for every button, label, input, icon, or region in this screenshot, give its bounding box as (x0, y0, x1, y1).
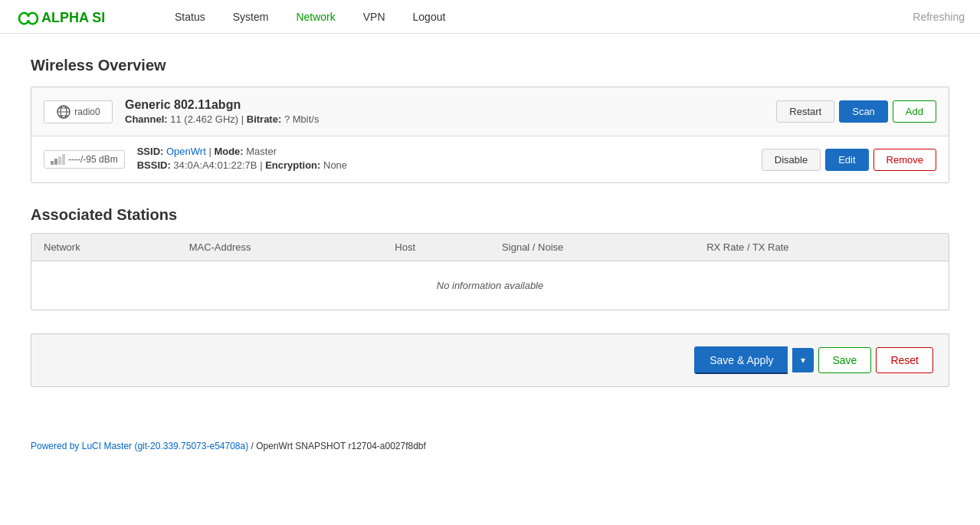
svg-text:ALPHA SI: ALPHA SI (41, 10, 105, 25)
wifi-globe-icon (56, 104, 71, 120)
nav-system[interactable]: System (219, 2, 283, 32)
signal-box: ----/-95 dBm (44, 150, 125, 169)
bssid-label: BSSID: (137, 159, 171, 171)
ssid-row: ----/-95 dBm SSID: OpenWrt | Mode: Maste… (31, 136, 949, 182)
edit-button[interactable]: Edit (825, 149, 868, 171)
bssid-value: 34:0A:A4:01:22:7B (173, 159, 257, 171)
main-content: Wireless Overview radio0 Generic 802.11a… (0, 34, 980, 433)
channel-label: Channel: (125, 113, 168, 125)
luci-link[interactable]: Powered by LuCI Master (git-20.339.75073… (31, 441, 248, 451)
logo: ALPHA SI (15, 4, 138, 30)
signal-bar-4 (62, 154, 65, 165)
restart-button[interactable]: Restart (776, 100, 834, 123)
signal-value: ----/-95 dBm (68, 154, 118, 165)
stations-table: Network MAC-Address Host Signal / Noise … (31, 234, 949, 310)
nav-status[interactable]: Status (161, 2, 219, 32)
radio-info: Generic 802.11abgn Channel: 11 (2.462 GH… (125, 98, 776, 125)
table-body: No information available (31, 261, 949, 310)
radio-details: Channel: 11 (2.462 GHz) | Bitrate: ? Mbi… (125, 113, 776, 125)
radio-actions: Restart Scan Add (776, 100, 936, 123)
table-header-row: Network MAC-Address Host Signal / Noise … (31, 234, 949, 261)
ssid-info: SSID: OpenWrt | Mode: Master BSSID: 34:0… (137, 146, 762, 173)
save-apply-dropdown[interactable]: ▾ (792, 348, 814, 372)
radio-name-label: radio0 (74, 107, 100, 117)
signal-bar-2 (54, 159, 57, 165)
remove-button[interactable]: Remove (873, 149, 936, 171)
mode-label: Mode: (214, 146, 243, 157)
navbar-links: Status System Network VPN Logout (161, 2, 459, 32)
wireless-overview-card: radio0 Generic 802.11abgn Channel: 11 (2… (31, 87, 949, 183)
ssid-actions: Disable Edit Remove (762, 149, 936, 171)
col-host: Host (382, 234, 490, 261)
radio-icon-box: radio0 (44, 100, 113, 123)
col-rate: RX Rate / TX Rate (694, 234, 949, 261)
signal-bar-3 (58, 156, 61, 165)
save-apply-button[interactable]: Save & Apply (694, 346, 787, 374)
bitrate-value: ? Mbit/s (284, 113, 320, 125)
footer-extra: / OpenWrt SNAPSHOT r12704-a0027f8dbf (251, 441, 426, 451)
disable-button[interactable]: Disable (762, 149, 821, 171)
associated-stations-title: Associated Stations (31, 206, 949, 224)
nav-network[interactable]: Network (282, 2, 349, 32)
encryption-value: None (323, 159, 347, 171)
signal-bar-1 (51, 161, 54, 165)
no-info-row: No information available (31, 261, 949, 310)
nav-vpn[interactable]: VPN (349, 2, 399, 32)
refresh-status: Refreshing (913, 11, 965, 23)
col-signal: Signal / Noise (490, 234, 694, 261)
scan-button[interactable]: Scan (839, 100, 888, 123)
ssid-line-2: BSSID: 34:0A:A4:01:22:7B | Encryption: N… (137, 159, 762, 171)
no-info-cell: No information available (31, 261, 949, 310)
radio-device-name: Generic 802.11abgn (125, 98, 776, 112)
signal-bars-icon (51, 154, 65, 165)
encryption-label: Encryption: (265, 159, 320, 171)
channel-text: 11 (2.462 GHz) (170, 113, 238, 125)
col-mac: MAC-Address (177, 234, 383, 261)
radio-row: radio0 Generic 802.11abgn Channel: 11 (2… (31, 87, 949, 136)
table-header: Network MAC-Address Host Signal / Noise … (31, 234, 949, 261)
chevron-down-icon: ▾ (801, 355, 805, 366)
ssid-value: OpenWrt (166, 146, 206, 157)
stations-table-container: Network MAC-Address Host Signal / Noise … (31, 233, 949, 310)
ssid-label: SSID: (137, 146, 164, 157)
page-footer: Powered by LuCI Master (git-20.339.75073… (0, 433, 980, 459)
navbar: ALPHA SI Status System Network VPN Logou… (0, 0, 980, 34)
col-network: Network (31, 234, 177, 261)
save-button[interactable]: Save (818, 347, 872, 373)
footer-actions: Save & Apply ▾ Save Reset (31, 333, 949, 387)
separator1: | (241, 113, 247, 125)
wireless-overview-title: Wireless Overview (31, 57, 949, 74)
mode-value: Master (246, 146, 277, 157)
add-button[interactable]: Add (893, 100, 936, 123)
reset-button[interactable]: Reset (876, 347, 933, 373)
bitrate-label: Bitrate: (247, 113, 282, 125)
nav-logout[interactable]: Logout (399, 2, 460, 32)
ssid-line-1: SSID: OpenWrt | Mode: Master (137, 146, 762, 157)
